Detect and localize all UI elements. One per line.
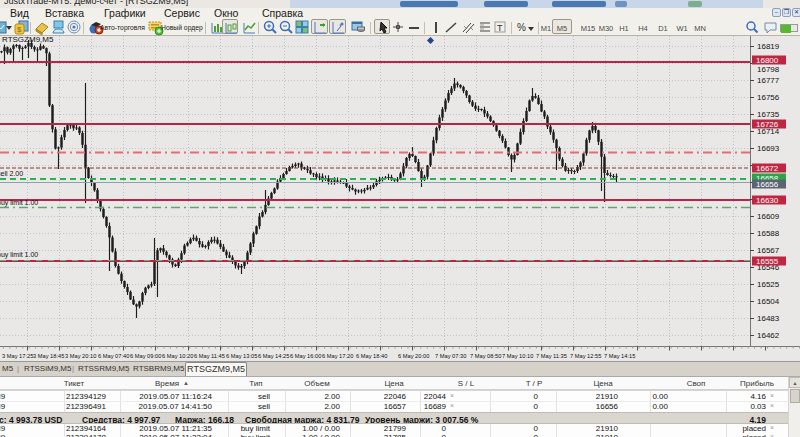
svg-text:16777: 16777 [757,76,780,85]
svg-text:6 May 14:25: 6 May 14:25 [258,353,289,359]
svg-text:6 May 10:20: 6 May 10:20 [162,353,193,359]
svg-text:16630: 16630 [756,196,779,205]
svg-text:16462: 16462 [757,331,780,340]
svg-text:6 May 20:00: 6 May 20:00 [398,353,429,359]
svg-text:16656: 16656 [756,180,779,189]
svg-text:7 May 14:15: 7 May 14:15 [604,353,635,359]
svg-text:6 May 18:40: 6 May 18:40 [356,353,387,359]
svg-text:16756: 16756 [757,93,780,102]
svg-text:RTSGZM9,M5: RTSGZM9,M5 [2,36,54,44]
svg-text:16504: 16504 [757,297,780,306]
svg-text:16555: 16555 [756,257,779,266]
svg-text:3 May 18:45: 3 May 18:45 [33,353,64,359]
svg-text:7 May 12:55: 7 May 12:55 [570,353,601,359]
svg-text:sell 2.00: sell 2.00 [0,170,23,177]
svg-text:7 May 10:10: 7 May 10:10 [502,353,533,359]
svg-text:6 May 16:00: 6 May 16:00 [290,353,321,359]
svg-text:T: T [497,23,503,33]
svg-text:16735: 16735 [757,110,780,119]
svg-text:$: $ [17,25,22,34]
svg-text:16567: 16567 [757,246,780,255]
svg-text:16483: 16483 [757,314,780,323]
svg-text:6 May 13:05: 6 May 13:05 [226,353,257,359]
svg-text:6 May 11:45: 6 May 11:45 [194,353,225,359]
svg-text:3 May 17:25: 3 May 17:25 [2,353,33,359]
svg-text:16726: 16726 [756,120,779,129]
svg-text:3 May 20:10: 3 May 20:10 [65,353,96,359]
svg-text:6 May 09:00: 6 May 09:00 [130,353,161,359]
svg-text:16800: 16800 [756,56,779,65]
svg-text:16588: 16588 [757,229,780,238]
svg-text:7 May 08:50: 7 May 08:50 [470,353,501,359]
svg-text:buy limit 1.00: buy limit 1.00 [0,251,38,259]
svg-text:16819: 16819 [757,42,780,51]
svg-text:16672: 16672 [756,164,779,173]
svg-text:16525: 16525 [757,280,780,289]
svg-text:%: % [517,22,526,33]
svg-text:6 May 07:40: 6 May 07:40 [98,353,129,359]
svg-text:16693: 16693 [757,144,780,153]
svg-text:7 May 07:30: 7 May 07:30 [435,353,466,359]
svg-text:6 May 17:20: 6 May 17:20 [322,353,353,359]
svg-text:16609: 16609 [757,212,780,221]
svg-text:16798: 16798 [757,65,780,74]
svg-text:7 May 11:35: 7 May 11:35 [536,353,567,359]
svg-text:buy limit 1.00: buy limit 1.00 [0,199,38,207]
